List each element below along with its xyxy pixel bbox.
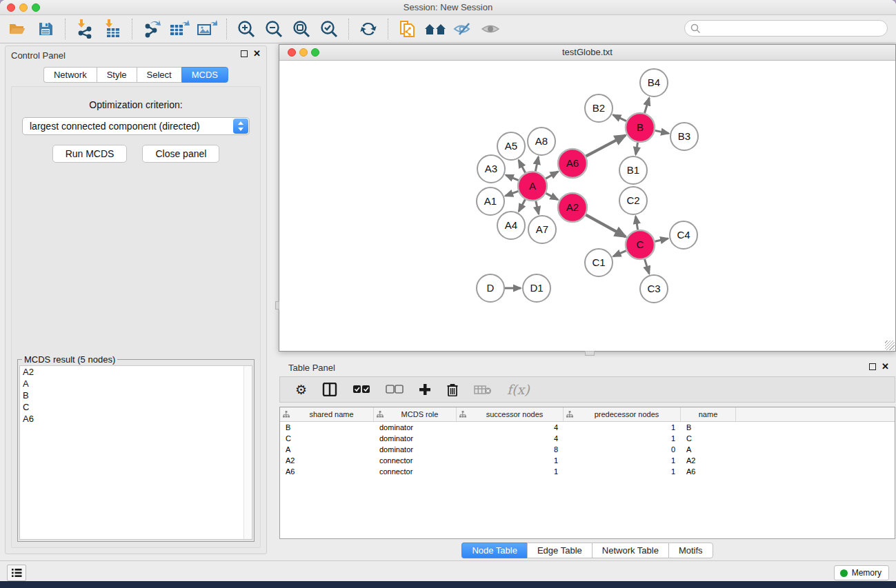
zoom-fit-icon[interactable] — [288, 17, 315, 41]
close-panel-icon[interactable]: ✕ — [253, 50, 261, 58]
function-builder-icon[interactable]: f(x) — [507, 382, 530, 397]
bottom-splitter-handle[interactable] — [585, 351, 595, 356]
graph-node-A3[interactable]: A3 — [477, 155, 505, 183]
tab-mcds[interactable]: MCDS — [181, 67, 228, 83]
column-header-name[interactable]: name — [681, 407, 736, 421]
result-item[interactable]: A6 — [20, 413, 252, 425]
edge-A-A2[interactable] — [546, 193, 557, 199]
memory-button[interactable]: Memory — [834, 565, 889, 580]
graph-node-D1[interactable]: D1 — [523, 274, 550, 302]
column-header-shared-name[interactable]: shared name — [280, 407, 374, 421]
zoom-out-icon[interactable] — [260, 17, 288, 41]
edge-B-B2[interactable] — [613, 115, 626, 121]
network-close-button[interactable] — [288, 48, 296, 57]
hide-selected-icon[interactable] — [449, 17, 477, 41]
zoom-selected-icon[interactable] — [315, 17, 343, 41]
edge-C-C2[interactable] — [636, 216, 638, 230]
import-table-icon[interactable] — [99, 17, 126, 41]
graph-node-B4[interactable]: B4 — [640, 69, 668, 97]
table-tab-edge-table[interactable]: Edge Table — [527, 543, 592, 558]
search-input[interactable] — [684, 20, 888, 37]
refresh-icon[interactable] — [355, 17, 382, 41]
export-network-icon[interactable] — [138, 17, 166, 41]
edge-C-C4[interactable] — [655, 239, 668, 241]
edge-A-A1[interactable] — [506, 191, 519, 196]
edge-A-A6[interactable] — [546, 172, 558, 179]
task-history-button[interactable] — [7, 565, 26, 581]
result-item[interactable]: B — [20, 389, 252, 401]
column-header-MCDS-role[interactable]: MCDS role — [374, 407, 457, 421]
split-columns-icon[interactable] — [322, 383, 337, 396]
add-column-icon[interactable] — [419, 383, 431, 396]
edge-B-B1[interactable] — [636, 143, 638, 155]
export-table-icon[interactable] — [166, 17, 193, 41]
float-panel-icon[interactable] — [241, 50, 248, 57]
result-scrollbar[interactable] — [243, 366, 252, 539]
table-row[interactable]: Adominator80A — [280, 444, 895, 455]
tab-style[interactable]: Style — [97, 67, 137, 83]
column-header-predecessor-nodes[interactable]: predecessor nodes — [564, 407, 681, 421]
graph-node-C3[interactable]: C3 — [640, 275, 668, 303]
graph-node-C1[interactable]: C1 — [585, 249, 613, 276]
edge-C-C1[interactable] — [613, 251, 626, 256]
zoom-window-button[interactable] — [32, 3, 40, 12]
graph-node-A1[interactable]: A1 — [477, 187, 504, 215]
first-neighbors-icon[interactable] — [421, 17, 449, 41]
edge-A2-C[interactable] — [586, 215, 626, 237]
select-all-icon[interactable] — [352, 385, 370, 394]
save-session-icon[interactable] — [32, 17, 59, 41]
result-item[interactable]: A — [20, 378, 252, 389]
close-window-button[interactable] — [7, 3, 15, 12]
tab-select[interactable]: Select — [137, 67, 181, 83]
minimize-window-button[interactable] — [19, 3, 28, 12]
left-splitter-handle[interactable] — [275, 301, 279, 310]
graph-node-C[interactable]: C — [626, 230, 655, 259]
graph-node-B[interactable]: B — [626, 113, 655, 142]
edge-C-C3[interactable] — [645, 259, 650, 274]
table-tab-node-table[interactable]: Node Table — [461, 543, 527, 558]
table-row[interactable]: Cdominator41C — [280, 433, 895, 444]
edge-A6-B[interactable] — [586, 135, 625, 156]
deselect-all-icon[interactable] — [386, 385, 404, 394]
table-row[interactable]: Bdominator41B — [280, 422, 895, 433]
graph-node-A7[interactable]: A7 — [528, 216, 556, 243]
run-mcds-button[interactable]: Run MCDS — [52, 145, 128, 163]
duplicate-network-icon[interactable] — [394, 17, 421, 41]
zoom-in-icon[interactable] — [232, 17, 260, 41]
close-panel-button[interactable]: Close panel — [142, 145, 219, 163]
graph-node-C4[interactable]: C4 — [670, 221, 697, 249]
optimization-criterion-select[interactable]: largest connected component (directed) — [22, 117, 250, 135]
table-row[interactable]: A6connector11A6 — [280, 466, 895, 477]
node-table[interactable]: shared nameMCDS rolesuccessor nodesprede… — [279, 407, 895, 539]
result-item[interactable]: C — [20, 401, 252, 413]
result-item[interactable]: A2 — [20, 366, 252, 378]
delete-table-icon[interactable] — [474, 384, 492, 395]
graph-node-A6[interactable]: A6 — [558, 149, 587, 178]
graph-node-C2[interactable]: C2 — [619, 187, 647, 214]
import-network-icon[interactable] — [71, 17, 99, 41]
edge-A-A7[interactable] — [536, 201, 539, 214]
close-table-panel-icon[interactable]: ✕ — [882, 363, 889, 371]
mcds-result-list[interactable]: A2ABCA6 — [19, 365, 252, 540]
gear-icon[interactable]: ⚙ — [295, 382, 307, 398]
graph-node-B3[interactable]: B3 — [670, 123, 698, 150]
float-table-panel-icon[interactable] — [869, 363, 876, 370]
edge-A-A5[interactable] — [519, 160, 526, 172]
graph-node-A8[interactable]: A8 — [528, 128, 555, 155]
graph-node-A5[interactable]: A5 — [497, 132, 525, 160]
network-zoom-button[interactable] — [311, 48, 319, 57]
table-tab-network-table[interactable]: Network Table — [592, 543, 668, 558]
export-image-icon[interactable] — [193, 17, 221, 41]
tab-network[interactable]: Network — [43, 67, 97, 83]
graph-node-A2[interactable]: A2 — [558, 193, 587, 222]
network-canvas[interactable]: B4B2BB3B1A5A8A6A3AA1A2A4A7C2C4CC1C3DD1 — [279, 61, 895, 351]
edge-B-B3[interactable] — [655, 130, 669, 133]
graph-node-B2[interactable]: B2 — [585, 94, 613, 122]
graph-node-B1[interactable]: B1 — [619, 156, 647, 184]
column-header-successor-nodes[interactable]: successor nodes — [457, 407, 564, 421]
edge-A-A3[interactable] — [506, 175, 518, 181]
edge-A-A8[interactable] — [535, 157, 538, 172]
show-all-icon[interactable] — [477, 17, 504, 41]
delete-icon[interactable] — [446, 383, 459, 396]
edge-B-B4[interactable] — [644, 98, 649, 113]
